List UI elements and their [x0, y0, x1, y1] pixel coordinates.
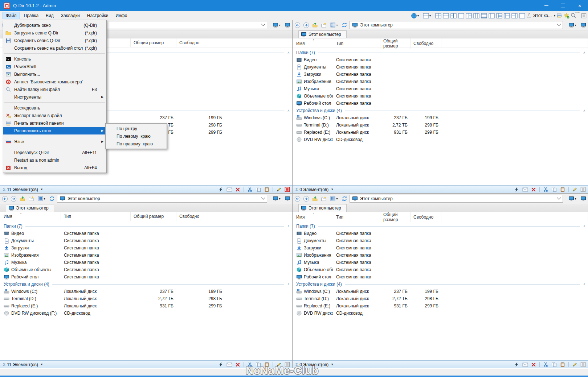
group-header[interactable]: Папки (7)∧ [0, 223, 292, 230]
file-row[interactable]: Объемные объектыСистемная папка [293, 266, 588, 273]
file-row[interactable]: Replaced (E:)Локальный диск931 ГБ299 ГБ [0, 302, 292, 310]
copy-button[interactable] [551, 361, 558, 368]
menu-item-Апплет 'Выключение компьютера'[interactable]: Апплет 'Выключение компьютера' [3, 78, 106, 86]
menu-item-Restart as a non admin[interactable]: Restart as a non admin [3, 156, 106, 164]
file-row[interactable]: ДокументыСистемная папка [0, 237, 292, 244]
column-header-Имя[interactable]: Имя∧ [293, 38, 333, 49]
combo-dropdown-icon[interactable] [557, 22, 561, 26]
back-button[interactable] [293, 195, 302, 203]
layout-preset-button-4[interactable] [458, 13, 464, 18]
pane-view-button[interactable]: ▾ [566, 21, 579, 29]
paste-button[interactable] [263, 186, 270, 192]
file-row[interactable]: Terminal (D:)Локальный диск2,72 ТБ298 ГБ [293, 121, 588, 129]
file-row[interactable]: Объемные объектыСистемная папка [0, 266, 292, 273]
minimize-button[interactable] [538, 0, 555, 11]
active-pane-indicator[interactable] [284, 186, 291, 192]
menu-item-Перезапуск Q-Dir[interactable]: Перезапуск Q-DirAlt+F11 [3, 149, 106, 156]
refresh-button[interactable] [340, 195, 348, 203]
menu-item-Консоль[interactable]: Консоль [3, 55, 106, 63]
file-row[interactable]: ЗагрузкиСистемная папка [293, 71, 588, 78]
pane-view-alt-button[interactable] [579, 195, 587, 203]
group-header[interactable]: Устройства и диски (4)∧ [293, 107, 588, 114]
menu-item-Исследовать[interactable]: Исследовать [3, 104, 106, 112]
menu-item-PowerShell[interactable]: PowerShell [3, 63, 106, 70]
layout-preset-button-3[interactable] [450, 13, 457, 18]
group-header[interactable]: Папки (7)∧ [293, 49, 588, 56]
zoom-button[interactable]: zoom [571, 12, 580, 19]
menubar-item-Закладки[interactable]: Закладки [58, 12, 83, 19]
lightning-button[interactable] [513, 186, 520, 192]
file-row[interactable]: ВидеоСистемная папка [0, 230, 292, 237]
layout-preset-button-10[interactable] [503, 13, 510, 18]
menubar-item-Инфо[interactable]: Инфо [113, 12, 131, 19]
menu-item-Сохранить сеанс Q-Dir[interactable]: Сохранить сеанс Q-Dir(*.qdr) [3, 37, 106, 44]
file-row[interactable]: DVD RW дисковод (F:)CD-дисковод [293, 310, 588, 317]
up-folder-button[interactable] [311, 195, 319, 203]
refresh-button[interactable] [340, 21, 348, 29]
envelope-button[interactable] [522, 361, 528, 368]
back-button[interactable] [293, 21, 302, 29]
file-row[interactable]: Windows (C:)Локальный диск237 ГБ199 ГБ [0, 288, 292, 295]
column-header-Свободно[interactable]: Свободно [176, 38, 225, 47]
back-button[interactable] [1, 195, 9, 203]
menu-item-Выполнить...[interactable]: Выполнить... [3, 70, 106, 78]
lightning-button[interactable] [217, 361, 224, 368]
menu-item-Язык[interactable]: Язык▶ [3, 138, 106, 145]
menubar-item-Вид[interactable]: Вид [42, 12, 57, 19]
new-folder-button[interactable] [27, 195, 35, 203]
delete-x-button[interactable] [530, 186, 537, 192]
chevron-down-icon[interactable]: ▼ [331, 188, 334, 191]
collapse-group-icon[interactable]: ∧ [583, 51, 588, 54]
column-header-Общий размер[interactable]: Общий размер [131, 212, 176, 221]
layout-preset-button-7[interactable] [481, 13, 487, 18]
chevron-down-icon[interactable]: ▼ [331, 363, 334, 366]
layout-preset-button-1[interactable] [435, 13, 441, 18]
pencil-button[interactable] [571, 186, 578, 192]
column-header-Свободно[interactable]: Свободно [411, 212, 441, 222]
collapse-group-icon[interactable]: ∧ [287, 224, 292, 228]
tab-this-pc[interactable]: Этот компьютер [298, 30, 347, 38]
menubar-item-Файл[interactable]: Файл [3, 12, 20, 19]
file-row[interactable]: Replaced (E:)Локальный диск931 ГБ299 ГБ [293, 129, 588, 136]
collapse-group-icon[interactable]: ∧ [287, 109, 292, 112]
column-header-Свободно[interactable]: Свободно [411, 38, 441, 49]
menu-item-Расположить окно[interactable]: Расположить окно▶ [3, 127, 106, 134]
file-row[interactable]: Рабочий столСистемная папка [293, 273, 588, 281]
file-row[interactable]: МузыкаСистемная папка [0, 259, 292, 266]
layout-menu-button[interactable]: ▾ [423, 12, 431, 19]
collapse-group-icon[interactable]: ∧ [583, 109, 588, 112]
menubar-item-Правка[interactable]: Правка [21, 12, 42, 19]
views-button[interactable]: ▾ [328, 195, 340, 203]
inactive-pane-indicator[interactable] [580, 361, 587, 368]
help-inet-icon[interactable]: ?inet [527, 13, 531, 18]
menu-item-Сохранить сеанс на рабочий стол[interactable]: Сохранить сеанс на рабочий стол(*.qdr) [3, 44, 106, 52]
file-row[interactable]: ИзображенияСистемная папка [293, 252, 588, 259]
print-button[interactable] [556, 12, 562, 19]
file-row[interactable]: ЗагрузкиСистемная папка [293, 244, 588, 252]
chevron-down-icon[interactable]: ▾ [554, 14, 555, 17]
file-row[interactable]: ВидеоСистемная папка [293, 230, 588, 237]
menu-item-Экспорт панели в файл[interactable]: Экспорт панели в файл [3, 112, 106, 119]
column-header-Имя[interactable]: Имя∧ [293, 212, 333, 222]
copy-button[interactable] [551, 186, 558, 192]
envelope-button[interactable] [522, 186, 528, 192]
file-row[interactable]: ВидеоСистемная папка [293, 56, 588, 63]
column-header-Тип[interactable]: Тип [61, 212, 131, 221]
paste-button[interactable] [559, 186, 566, 192]
item-count-label[interactable]: 11 Элемент(ов) [7, 362, 38, 367]
up-folder-button[interactable] [311, 21, 319, 29]
submenu-item-По центру[interactable]: По центру [106, 125, 167, 132]
file-row[interactable]: Terminal (D:)Локальный диск2,72 ТБ298 ГБ [293, 295, 588, 302]
file-row[interactable]: Terminal (D:)Локальный диск2,72 ТБ298 ГБ [0, 295, 292, 302]
views-button[interactable]: ▾ [328, 21, 340, 29]
delete-x-button[interactable] [234, 186, 241, 192]
item-count-label[interactable]: 11 Элемент(ов) [7, 187, 38, 192]
envelope-button[interactable] [226, 361, 233, 368]
up-folder-button[interactable] [18, 195, 26, 203]
views-button[interactable]: ▾ [36, 195, 47, 203]
column-header-Свободно[interactable]: Свободно [176, 212, 225, 221]
inactive-pane-indicator[interactable] [580, 186, 587, 192]
file-row[interactable]: Рабочий столСистемная папка [0, 273, 292, 281]
address-bar[interactable]: Этот компьютер [350, 195, 563, 203]
pane-view-alt-button[interactable] [283, 195, 291, 203]
